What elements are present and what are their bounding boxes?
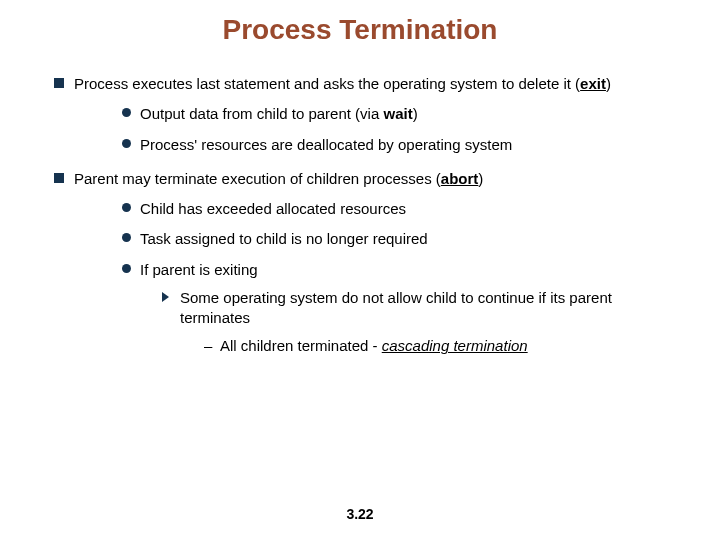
dash-icon: – — [204, 336, 212, 356]
bullet-level2: Task assigned to child is no longer requ… — [74, 229, 680, 249]
bullet-level2: Child has exceeded allocated resources — [74, 199, 680, 219]
bullet-level2: Process' resources are deallocated by op… — [74, 135, 680, 155]
keyword-cascading: cascading termination — [382, 337, 528, 354]
keyword-wait: wait — [383, 105, 412, 122]
text: Output data from child to parent (via — [140, 105, 383, 122]
bullet-level2: Output data from child to parent (via wa… — [74, 104, 680, 124]
text: If parent is exiting — [140, 261, 258, 278]
keyword-abort: abort — [441, 170, 479, 187]
text: Child has exceeded allocated resources — [140, 200, 406, 217]
text: Task assigned to child is no longer requ… — [140, 230, 428, 247]
bullet-level2: If parent is exiting Some operating syst… — [74, 260, 680, 357]
text: All children terminated - — [220, 337, 382, 354]
text: Process executes last statement and asks… — [74, 75, 580, 92]
bullet-level4: – All children terminated - cascading te… — [180, 336, 640, 356]
slide-title: Process Termination — [40, 14, 680, 46]
slide-number: 3.22 — [0, 506, 720, 522]
bullet-level3: Some operating system do not allow child… — [140, 288, 680, 357]
keyword-exit: exit — [580, 75, 606, 92]
text: Process' resources are deallocated by op… — [140, 136, 512, 153]
bullet-level1: Process executes last statement and asks… — [40, 74, 680, 155]
text: ) — [606, 75, 611, 92]
bullet-level1: Parent may terminate execution of childr… — [40, 169, 680, 357]
text: Parent may terminate execution of childr… — [74, 170, 441, 187]
slide: Process Termination Process executes las… — [0, 0, 720, 540]
slide-body: Process executes last statement and asks… — [40, 74, 680, 357]
text: Some operating system do not allow child… — [180, 289, 612, 326]
text: ) — [413, 105, 418, 122]
text: ) — [478, 170, 483, 187]
